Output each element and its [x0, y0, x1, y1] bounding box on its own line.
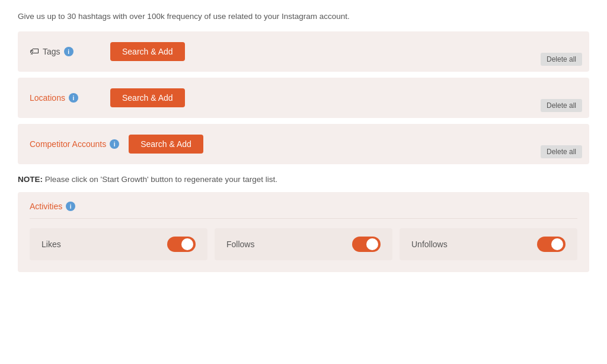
follows-toggle[interactable]	[352, 237, 381, 252]
likes-toggle[interactable]	[167, 237, 196, 252]
tag-icon: 🏷	[30, 46, 39, 57]
competitor-accounts-delete-all-button[interactable]: Delete all	[541, 145, 582, 158]
tags-delete-all-button[interactable]: Delete all	[541, 53, 582, 66]
unfollows-toggle-item: Unfollows	[400, 228, 577, 260]
competitor-accounts-info-icon[interactable]: i	[110, 139, 119, 149]
locations-delete-all-button[interactable]: Delete all	[541, 99, 582, 112]
tags-section: 🏷 Tags i Search & Add Delete all	[18, 31, 589, 72]
likes-toggle-item: Likes	[30, 228, 207, 260]
activities-header: Activities i	[30, 202, 577, 219]
competitor-accounts-search-add-button[interactable]: Search & Add	[129, 135, 203, 154]
locations-search-add-button[interactable]: Search & Add	[110, 88, 185, 107]
activities-card: Activities i Likes Follows Unfollows	[18, 192, 589, 272]
tags-search-add-button[interactable]: Search & Add	[110, 42, 185, 61]
competitor-accounts-section: Competitor Accounts i Search & Add Delet…	[18, 124, 589, 164]
activities-toggles: Likes Follows Unfollows	[30, 228, 577, 260]
locations-label: Locations i	[30, 93, 101, 103]
note-text: Please click on 'Start Growth' button to…	[45, 175, 277, 184]
follows-toggle-item: Follows	[215, 228, 392, 260]
locations-section: Locations i Search & Add Delete all	[18, 78, 589, 118]
follows-label: Follows	[226, 240, 254, 249]
competitor-accounts-label: Competitor Accounts i	[30, 139, 119, 149]
note-row: NOTE: Please click on 'Start Growth' but…	[18, 175, 589, 184]
unfollows-toggle[interactable]	[537, 237, 566, 252]
likes-label: Likes	[41, 240, 61, 249]
activities-info-icon[interactable]: i	[66, 202, 75, 211]
activities-label: Activities	[30, 202, 62, 211]
note-prefix: NOTE:	[18, 175, 43, 184]
locations-info-icon[interactable]: i	[69, 93, 78, 103]
tags-info-icon[interactable]: i	[64, 47, 74, 56]
unfollows-label: Unfollows	[411, 240, 448, 249]
tags-label: 🏷 Tags i	[30, 46, 101, 57]
intro-text: Give us up to 30 hashtags with over 100k…	[18, 12, 589, 21]
